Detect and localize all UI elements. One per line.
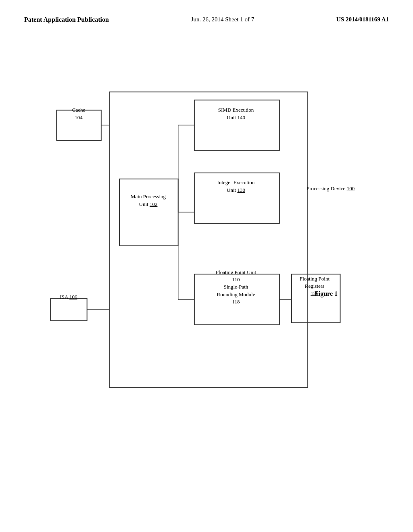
publication-number: US 2014/0181169 A1 xyxy=(336,16,389,23)
mpu-box: Main Processing Unit 102 xyxy=(119,167,177,234)
ieu-label: Integer Execution Unit 130 xyxy=(217,179,255,193)
figure-label: Figure 1 xyxy=(315,290,338,297)
diagram-area: Cache 104 ISA 106 Main Processing Unit 1… xyxy=(24,64,389,451)
mpu-label: Main Processing Unit 102 xyxy=(131,193,166,208)
processing-device-label: Processing Device 100 xyxy=(307,185,355,192)
publication-title: Patent Application Publication xyxy=(24,16,109,23)
header-right: US 2014/0181169 A1 xyxy=(336,16,389,23)
isa-box: ISA 106 xyxy=(50,286,87,308)
fpu-label: Floating Point Unit 110 Single-Path Roun… xyxy=(216,269,256,305)
isa-label: ISA 106 xyxy=(60,293,77,301)
header: Patent Application Publication Jun. 26, … xyxy=(24,16,389,23)
header-center: Jun. 26, 2014 Sheet 1 of 7 xyxy=(191,16,254,23)
simd-box: SIMD Execution Unit 140 xyxy=(194,89,278,139)
fpu-box: Floating Point Unit 110 Single-Path Roun… xyxy=(194,262,278,312)
ieu-box: Integer Execution Unit 130 xyxy=(194,161,278,212)
header-left: Patent Application Publication xyxy=(24,16,109,23)
simd-label: SIMD Execution Unit 140 xyxy=(218,106,254,121)
cache-box: Cache 104 xyxy=(56,99,101,129)
page: Patent Application Publication Jun. 26, … xyxy=(0,0,413,532)
publication-date-sheet: Jun. 26, 2014 Sheet 1 of 7 xyxy=(191,16,254,23)
fpr-box: Floating Point Registers 120 xyxy=(290,262,339,310)
cache-label: Cache 104 xyxy=(72,106,85,121)
